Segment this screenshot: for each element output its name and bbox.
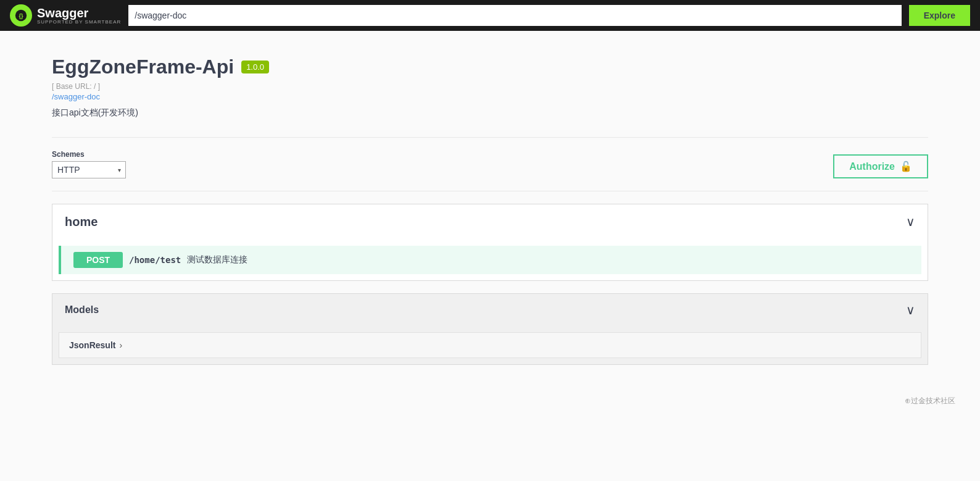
json-result-model-item[interactable]: JsonResult ›	[59, 332, 921, 358]
endpoint-path: /home/test	[129, 255, 181, 265]
api-info: EggZoneFrame-Api 1.0.0 [ Base URL: / ] /…	[52, 43, 928, 125]
api-title: EggZoneFrame-Api	[52, 56, 234, 78]
lock-icon: 🔓	[900, 161, 912, 172]
models-title: Models	[65, 304, 99, 316]
models-section: Models ∨ JsonResult ›	[52, 293, 928, 365]
authorize-label: Authorize	[849, 161, 895, 172]
home-section-title: home	[65, 215, 98, 229]
footer: ⊕过金技术社区	[0, 390, 980, 419]
explore-button[interactable]: Explore	[909, 5, 970, 26]
scheme-select[interactable]: HTTP HTTPS	[52, 161, 126, 178]
scheme-select-wrapper: HTTP HTTPS ▾	[52, 161, 126, 178]
home-section-header[interactable]: home ∨	[52, 204, 928, 240]
main-content: EggZoneFrame-Api 1.0.0 [ Base URL: / ] /…	[27, 31, 953, 390]
post-method-badge: POST	[73, 252, 123, 268]
controls-row: Schemes HTTP HTTPS ▾ Authorize 🔓	[52, 150, 928, 178]
authorize-button[interactable]: Authorize 🔓	[833, 154, 928, 178]
url-input[interactable]	[128, 5, 901, 26]
model-expand-icon: ›	[119, 340, 122, 350]
topbar: {} Swagger Supported by SMARTBEAR Explor…	[0, 0, 980, 31]
version-badge: 1.0.0	[241, 61, 269, 73]
api-title-row: EggZoneFrame-Api 1.0.0	[52, 56, 928, 78]
swagger-name: Swagger	[37, 7, 121, 19]
home-section: home ∨ POST /home/test 测试数据库连接	[52, 204, 928, 281]
swagger-doc-link[interactable]: /swagger-doc	[52, 92, 928, 101]
swagger-logo: {} Swagger Supported by SMARTBEAR	[10, 4, 121, 27]
home-chevron-icon: ∨	[906, 214, 915, 229]
base-url: [ Base URL: / ]	[52, 82, 928, 91]
schemes-label: Schemes	[52, 150, 126, 159]
divider-1	[52, 137, 928, 138]
divider-2	[52, 191, 928, 191]
footer-text: ⊕过金技术社区	[905, 396, 955, 405]
models-section-header[interactable]: Models ∨	[52, 294, 928, 326]
swagger-logo-icon: {}	[10, 4, 32, 27]
swagger-sub: Supported by SMARTBEAR	[37, 19, 121, 25]
api-description: 接口api文档(开发环境)	[52, 107, 928, 119]
schemes-group: Schemes HTTP HTTPS ▾	[52, 150, 126, 178]
endpoint-description: 测试数据库连接	[187, 254, 247, 266]
model-name: JsonResult	[69, 340, 115, 350]
models-chevron-icon: ∨	[906, 303, 915, 317]
swagger-logo-text: Swagger Supported by SMARTBEAR	[37, 7, 121, 25]
post-endpoint-row[interactable]: POST /home/test 测试数据库连接	[59, 246, 921, 274]
svg-text:{}: {}	[19, 13, 23, 19]
